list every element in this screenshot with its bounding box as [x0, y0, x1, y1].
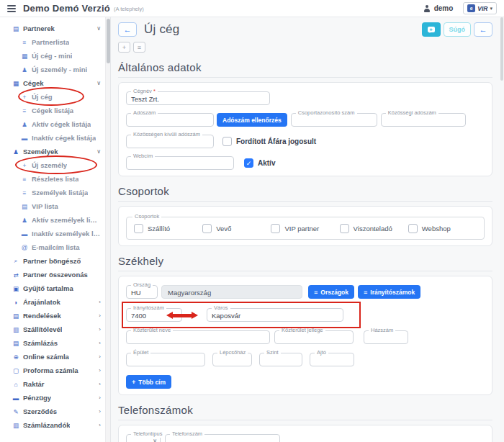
sidebar-item-label: Aktív személyek listája: [32, 216, 101, 224]
iranyitoszam-field[interactable]: Irányítószám 7400: [126, 308, 182, 322]
group-checkbox-vip-partner[interactable]: VIP partner: [271, 224, 339, 233]
sidebar-item-label: Proforma számla: [23, 366, 78, 374]
sidebar-item-label: Szerződés: [23, 407, 57, 415]
menu-icon[interactable]: [7, 5, 16, 12]
sidebar-item-gy-jt-tartalma[interactable]: ▣Gyűjtő tartalma: [0, 281, 105, 295]
sidebar-item-label: Szállítólevél: [23, 325, 62, 333]
at-icon: @: [20, 244, 29, 251]
evir-logo-menu[interactable]: e VIR ▾: [463, 2, 497, 14]
sidebar-item-proforma-sz-mla[interactable]: ▢Proforma számla›: [0, 364, 105, 377]
sidebar-item-label: Partner böngésző: [23, 257, 81, 265]
kozossegen-kivuli-field[interactable]: Közösségen kívüli adószám: [126, 135, 214, 148]
page-title: Új cég: [144, 22, 179, 37]
sidebar-item-akt-v-c-gek-list-ja[interactable]: ♟Aktív cégek listája: [0, 117, 105, 131]
chevron-down-icon: ∨: [94, 80, 101, 86]
main-scrollbar-thumb[interactable]: [500, 17, 503, 81]
clipboard-icon: ▤: [12, 312, 20, 320]
sidebar-item-partner-b-ng-sz-[interactable]: ⌕Partner böngésző: [0, 254, 105, 268]
list-icon: ≡: [20, 107, 29, 114]
telefonszam-field[interactable]: Telefonszám: [165, 434, 280, 442]
main-content: ← Új cég + Súgó ← + ≡ Általános adatok C…: [111, 17, 500, 442]
sidebar-item-partner-sszevon-s[interactable]: ⇄Partner összevonás: [0, 268, 105, 281]
sidebar-item-e-mailc-m-lista[interactable]: @E-mailcím lista: [0, 240, 105, 254]
group-checkbox-viszontelad-[interactable]: Viszonteladó: [340, 224, 408, 233]
main-scrollbar[interactable]: [500, 17, 504, 442]
search-icon: ⌕: [12, 257, 20, 265]
sidebar-item-sz-ll-t-lev-l[interactable]: ▥Szállítólevél›: [0, 323, 105, 336]
epulet-field[interactable]: Épület: [126, 353, 205, 366]
list-view-button[interactable]: ≡: [133, 42, 145, 53]
group-checkbox-sz-ll-t-[interactable]: Szállító: [134, 224, 202, 233]
sidebar-item-inakt-v-c-gek-list-ja[interactable]: ▬Inaktív cégek listája: [0, 131, 105, 145]
user-menu[interactable]: demo: [423, 4, 454, 12]
aktiv-checkbox[interactable]: ✓ Aktív: [244, 158, 275, 168]
sidebar-item--j-szem-ly[interactable]: +Új személy: [0, 158, 105, 172]
sidebar-item--j-c-g-mini[interactable]: ▦Új cég - mini: [0, 49, 105, 63]
orszagok-button[interactable]: ≡ Országok: [308, 285, 354, 299]
chat-bubble-icon: +: [428, 27, 435, 32]
chevron-right-icon: ›: [96, 422, 101, 428]
feedback-button[interactable]: +: [422, 22, 441, 37]
varos-field[interactable]: Város Kaposvár: [207, 308, 343, 322]
sidebar-item--j-szem-ly-mini[interactable]: ♟Új személy - mini: [0, 63, 105, 76]
sidebar-item-p-nz-gy[interactable]: ▬Pénzügy›: [0, 391, 105, 405]
sidebar-item-label: Számlázandók: [23, 421, 70, 429]
telefontipus-select[interactable]: Telefontípus ∨: [126, 434, 161, 442]
csoportazonosito-field[interactable]: Csoportazonosító szám: [291, 113, 377, 127]
bed-icon: ▬: [20, 135, 29, 142]
ajto-field[interactable]: Ajtó: [310, 353, 354, 366]
hazszam-field[interactable]: Házszám: [364, 330, 408, 344]
webcim-field[interactable]: Webcím: [126, 156, 234, 170]
orszag-field[interactable]: Ország HU: [126, 285, 158, 299]
kozterulet-jellege-field[interactable]: Közterület jellege: [274, 330, 354, 344]
sidebar-item--j-c-g[interactable]: +Új cég: [0, 90, 105, 104]
adoszam-field[interactable]: Adószám: [126, 113, 214, 127]
sidebar-item-online-sz-mla[interactable]: ⊕Online számla›: [0, 350, 105, 364]
sidebar-item-c-gek-list-ja[interactable]: ≡Cégek listája: [0, 104, 105, 117]
back-button-secondary[interactable]: ←: [474, 22, 492, 37]
list-icon: ≡: [20, 189, 29, 197]
sidebar-item-c-gek[interactable]: ▦Cégek∨: [0, 76, 105, 90]
chevron-down-icon: ▾: [490, 6, 492, 12]
group-checkbox-webshop[interactable]: Webshop: [408, 224, 477, 233]
add-button[interactable]: +: [118, 42, 130, 53]
sidebar-item--raj-nlatok[interactable]: ◗Árajánlatok›: [0, 295, 105, 309]
kozossegi-adoszam-field[interactable]: Közösségi adószám: [381, 113, 466, 127]
sidebar-item-partnerek[interactable]: ▤Partnerek∨: [0, 22, 105, 35]
sidebar-item-vip-lista[interactable]: ▤VIP lista: [0, 199, 105, 213]
cegnev-field[interactable]: Cégnév * Teszt Zrt.: [126, 91, 270, 105]
sidebar-item-label: Partner összevonás: [23, 271, 88, 279]
sidebar-item-partnerlista[interactable]: ≡Partnerlista: [0, 35, 105, 49]
sidebar: ▤Partnerek∨≡Partnerlista▦Új cég - mini♟Ú…: [0, 17, 105, 442]
szint-field[interactable]: Szint: [259, 353, 302, 366]
sidebar-item-szerz-d-s[interactable]: ✎Szerződés›: [0, 405, 105, 418]
sidebar-item-r-szletes-lista[interactable]: ≡Részletes lista: [0, 172, 105, 186]
id-card-icon: ▤: [20, 203, 29, 210]
section-title-phones: Telefonszámok: [118, 404, 492, 420]
sidebar-scrollbar[interactable]: [105, 17, 111, 442]
sidebar-item-label: Aktív cégek listája: [32, 120, 91, 128]
required-asterisk: *: [153, 88, 156, 94]
sidebar-item-rendel-sek[interactable]: ▤Rendelések›: [0, 309, 105, 323]
kozterulet-neve-field[interactable]: Közterület neve: [126, 330, 270, 344]
iranyitoszamok-button[interactable]: ≡ Irányítószámok: [358, 285, 420, 299]
forditott-afa-checkbox[interactable]: Fordított Áfára jogosult: [222, 137, 316, 146]
sidebar-item-inakt-v-szem-lyek-list-ja[interactable]: ▬Inaktív személyek listája: [0, 227, 105, 240]
sidebar-item-szem-lyek-list-ja[interactable]: ≡Személyek listája: [0, 186, 105, 199]
group-checkbox-vev-[interactable]: Vevő: [202, 224, 271, 233]
sidebar-item-szem-lyek[interactable]: ♟Személyek∨: [0, 145, 105, 158]
orszag-nev-readonly: Magyarország: [161, 285, 302, 299]
sidebar-item-rakt-r[interactable]: ⌂Raktár›: [0, 377, 105, 391]
box-icon: ▣: [12, 285, 20, 292]
sidebar-item-akt-v-szem-lyek-list-ja[interactable]: ♟Aktív személyek listája: [0, 213, 105, 227]
username: demo: [434, 4, 454, 12]
list-icon: ≡: [364, 289, 367, 296]
lepcsohaz-field[interactable]: Lépcsőház: [212, 353, 252, 366]
sidebar-scrollbar-thumb[interactable]: [107, 19, 110, 63]
sidebar-item-sz-ml-zand-k[interactable]: ▥Számlázandók›: [0, 418, 105, 432]
adoszam-ellenorzes-button[interactable]: Adószám ellenőrzés: [217, 113, 287, 127]
back-button[interactable]: ←: [118, 22, 137, 37]
sidebar-item-sz-ml-z-s[interactable]: ▤Számlázás›: [0, 336, 105, 350]
help-button[interactable]: Súgó: [444, 22, 472, 37]
tobb-cim-button[interactable]: + Több cím: [126, 375, 171, 389]
